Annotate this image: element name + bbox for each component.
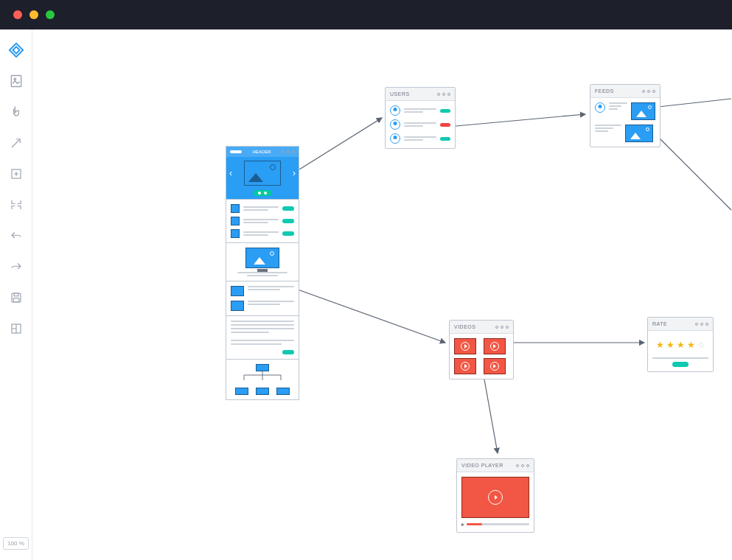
star-icon: ★: [677, 340, 685, 350]
window-controls-icon: [516, 464, 529, 467]
titlebar: [0, 0, 732, 29]
status-badge: [440, 123, 450, 127]
list-item: [231, 286, 294, 296]
star-icon: ★: [656, 340, 664, 350]
toolbar: 100 %: [0, 29, 32, 560]
feeds-title: FEEDS: [595, 88, 614, 94]
avatar-icon: [595, 102, 605, 113]
connection-monitor-videos: [279, 283, 445, 343]
monitor-icon: [245, 248, 279, 268]
star-icon: ★: [687, 340, 695, 350]
crop-tool[interactable]: [7, 196, 25, 214]
connection-feeds-right-2: [657, 136, 731, 210]
avatar-icon: [390, 105, 400, 116]
connection-users-feeds: [440, 114, 585, 127]
connection-videos-player: [484, 379, 498, 453]
cta-button[interactable]: [282, 350, 294, 354]
hero-image-placeholder: [244, 161, 281, 186]
page-tool[interactable]: [7, 72, 25, 90]
redo-tool[interactable]: [7, 258, 25, 276]
user-row: [390, 105, 450, 116]
video-player-title: VIDEO PLAYER: [461, 463, 503, 468]
play-icon: [461, 342, 470, 351]
main-hero-section: HEADER ‹ ›: [226, 147, 299, 200]
submit-button[interactable]: [672, 362, 689, 367]
window-controls-icon: [642, 90, 655, 93]
main-list-section: [226, 200, 299, 243]
user-row: [390, 133, 450, 144]
video-screen[interactable]: [461, 477, 529, 518]
avatar-icon: [390, 119, 400, 130]
rate-window[interactable]: RATE ★ ★ ★ ★ ☆: [647, 317, 714, 372]
arrow-tool[interactable]: [7, 134, 25, 152]
play-small-icon: ▸: [461, 521, 464, 528]
carousel-dots[interactable]: [254, 190, 271, 196]
window-minimize-button[interactable]: [29, 10, 38, 19]
feed-row: [595, 125, 655, 142]
pointer-tool[interactable]: [7, 103, 25, 121]
main-thumb-section: [226, 281, 299, 316]
svg-rect-4: [14, 293, 18, 296]
image-thumb-icon: [625, 125, 653, 142]
videos-title: VIDEOS: [454, 324, 475, 329]
main-sitemap-section: [226, 360, 299, 399]
wireframe-tool[interactable]: [7, 41, 25, 59]
video-thumb[interactable]: [454, 338, 476, 354]
sitemap-node-icon: [276, 388, 290, 395]
svg-rect-5: [13, 298, 19, 302]
sitemap-node-icon: [235, 388, 248, 395]
play-icon: [490, 342, 499, 351]
main-page[interactable]: HEADER ‹ ›: [226, 146, 299, 400]
sitemap-node-icon: [256, 364, 269, 371]
play-icon: [488, 490, 503, 505]
main-text-section: [226, 316, 299, 360]
video-thumb[interactable]: [484, 338, 506, 354]
videos-window[interactable]: VIDEOS: [449, 320, 514, 379]
star-icon: ☆: [697, 340, 705, 350]
zoom-control[interactable]: 100 %: [3, 537, 29, 550]
users-title: USERS: [390, 91, 410, 97]
add-frame-tool[interactable]: [7, 165, 25, 183]
layout-tool[interactable]: [7, 320, 25, 337]
playback-bar[interactable]: ▸: [461, 521, 529, 528]
save-tool[interactable]: [7, 289, 25, 307]
carousel-prev-icon[interactable]: ‹: [229, 168, 232, 178]
users-window[interactable]: USERS: [385, 87, 456, 149]
image-thumb-icon: [231, 301, 244, 311]
window-close-button[interactable]: [13, 10, 22, 19]
connection-hero-users: [299, 118, 382, 169]
sitemap-node-icon: [256, 388, 269, 395]
star-icon: ★: [666, 340, 675, 350]
feed-row: [595, 102, 655, 120]
user-row: [390, 119, 450, 130]
feeds-window[interactable]: FEEDS: [590, 84, 660, 147]
connection-feeds-right-1: [658, 99, 731, 107]
carousel-next-icon[interactable]: ›: [293, 168, 296, 178]
window-controls-icon: [495, 326, 509, 329]
undo-tool[interactable]: [7, 227, 25, 245]
star-rating[interactable]: ★ ★ ★ ★ ☆: [652, 335, 708, 354]
list-item: [231, 204, 294, 213]
image-thumb-icon: [231, 286, 244, 296]
list-item: [231, 301, 294, 311]
window-controls-icon: [437, 93, 450, 96]
hero-title: HEADER: [252, 150, 271, 154]
canvas[interactable]: HEADER ‹ ›: [32, 29, 732, 560]
rate-title: RATE: [652, 321, 667, 326]
main-monitor-section: [226, 243, 299, 281]
zoom-label: 100 %: [7, 540, 24, 547]
progress-track[interactable]: [467, 523, 529, 525]
video-thumb[interactable]: [454, 358, 476, 374]
play-icon: [490, 362, 499, 371]
window-controls-icon: [695, 323, 708, 326]
video-player-window[interactable]: VIDEO PLAYER ▸: [456, 458, 534, 533]
status-badge: [440, 137, 450, 141]
window-maximize-button[interactable]: [46, 10, 55, 19]
play-icon: [461, 362, 470, 371]
list-item: [231, 229, 294, 238]
image-thumb-icon: [631, 102, 656, 120]
video-thumb[interactable]: [484, 358, 506, 374]
status-badge: [440, 109, 450, 113]
avatar-icon: [390, 133, 400, 144]
list-item: [231, 217, 294, 225]
